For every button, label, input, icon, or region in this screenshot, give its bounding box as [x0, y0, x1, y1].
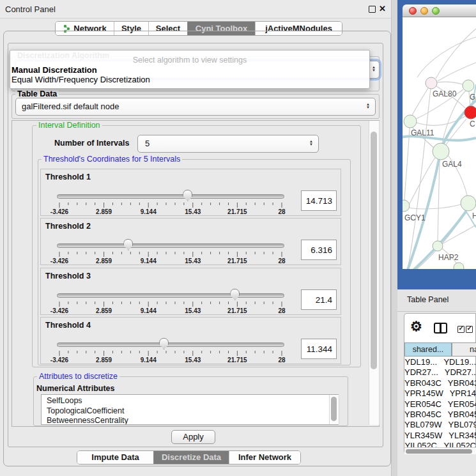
table-row[interactable]: YDR27...YDR27...: [404, 367, 476, 378]
network-edge[interactable]: [404, 128, 410, 200]
network-node[interactable]: [403, 200, 410, 211]
cell-name: YBR045C: [441, 410, 476, 420]
combo-arrows-icon: ▲▼: [366, 103, 370, 109]
close-icon[interactable]: ✕: [379, 4, 386, 13]
threshold-value-field[interactable]: 14.713: [301, 190, 337, 211]
cell-name: YDR27...: [438, 367, 476, 378]
threshold-value-field[interactable]: 6.316: [301, 240, 337, 260]
table-row[interactable]: YPR145WYPR145W: [404, 388, 476, 399]
show-column-checkbox-icon[interactable]: [457, 326, 464, 333]
attributes-scrollbar[interactable]: [329, 395, 339, 424]
minimize-traffic-light[interactable]: [420, 7, 428, 15]
network-window-titlebar[interactable]: [403, 4, 476, 17]
tab-label: Discretize Data: [162, 451, 221, 464]
horizontal-scrollbar-thumb[interactable]: [406, 449, 472, 454]
table-row[interactable]: YER054CYER054C: [404, 399, 476, 410]
slider-track[interactable]: [57, 194, 284, 199]
cell-shared-name: YPR145W: [404, 388, 443, 399]
table-row[interactable]: YDL19...YDL19...: [404, 357, 476, 367]
slider-thumb[interactable]: [159, 338, 169, 349]
slider-scale-label: 28: [278, 257, 285, 265]
threshold-value-field[interactable]: 11.344: [301, 339, 337, 359]
slider-scale-label: 9.144: [141, 357, 157, 364]
table-row[interactable]: YBR043CYBR043C: [404, 378, 476, 388]
network-edge[interactable]: [417, 37, 476, 77]
bottom-tab-bar: Impute DataDiscretize DataInfer Network: [77, 450, 301, 464]
slider-thumb[interactable]: [183, 190, 192, 201]
vertical-scrollbar[interactable]: [369, 121, 380, 425]
network-canvas[interactable]: GAL80GALCGAL11GAL4HGCY1HAP2: [403, 17, 476, 269]
cell-shared-name: YLR345W: [404, 431, 442, 441]
network-edge[interactable]: [406, 158, 435, 211]
table-row[interactable]: YIL052CYIL052C: [404, 441, 476, 447]
slider-track[interactable]: [57, 243, 284, 248]
slider-scale-label: -3.426: [50, 357, 68, 364]
gear-icon[interactable]: ⚙: [410, 319, 422, 334]
spinner-arrows-icon: ▲▼: [309, 140, 313, 146]
show-column-checkbox-icon[interactable]: [466, 326, 473, 333]
horizontal-scrollbar[interactable]: [404, 447, 476, 454]
network-node[interactable]: [454, 263, 464, 269]
popup-item-equal-width[interactable]: Equal Width/Frequency Discretization: [12, 75, 150, 84]
threshold-4-panel: Threshold 4-3.4262.8599.14415.4321.71528…: [40, 317, 341, 364]
network-node[interactable]: [433, 241, 443, 251]
cell-shared-name: YDL19...: [404, 357, 437, 367]
number-of-intervals-label: Number of Intervals: [54, 139, 129, 148]
column-header-shared-name[interactable]: shared...: [404, 342, 452, 357]
cell-name: YDL19...: [437, 357, 476, 367]
table-body: YDL19...YDL19...YDR27...YDR27...YBR043CY…: [404, 357, 476, 447]
attribute-item[interactable]: BetweennessCentrality: [42, 416, 338, 425]
network-edge[interactable]: [411, 88, 428, 116]
network-node[interactable]: [464, 106, 476, 119]
network-node-label: GAL80: [433, 89, 457, 98]
table-row[interactable]: YLR345WYLR345W: [404, 431, 476, 441]
network-edge[interactable]: [437, 82, 463, 84]
cell-name: YPR145W: [443, 388, 476, 399]
cell-shared-name: YBR043C: [404, 378, 441, 388]
threshold-label: Threshold 2: [45, 222, 91, 231]
screen: Control Panel ✕ NetworkStyleSelectCyni T…: [0, 0, 476, 476]
slider-scale-label: 28: [278, 307, 285, 314]
number-of-intervals-value: 5: [145, 139, 150, 148]
network-node[interactable]: [404, 115, 417, 128]
network-edge[interactable]: [404, 204, 461, 209]
table-data-combo[interactable]: galFiltered.sif default node ▲▼: [15, 98, 376, 116]
slider-thumb[interactable]: [230, 289, 240, 300]
table-row[interactable]: YBR045CYBR045C: [404, 410, 476, 420]
vertical-scrollbar-thumb[interactable]: [371, 132, 377, 369]
popup-item-manual[interactable]: Manual Discretization: [12, 65, 97, 75]
tab-label: Infer Network: [238, 451, 291, 464]
cell-name: YBR043C: [441, 378, 476, 388]
column-header-name[interactable]: na: [452, 342, 476, 357]
slider-track[interactable]: [57, 293, 284, 298]
network-node[interactable]: [433, 143, 449, 160]
attributes-group-title: Attributes to discretize: [37, 372, 119, 381]
network-node-label: GAL4: [442, 160, 462, 169]
cell-shared-name: YER054C: [404, 399, 441, 410]
combo-arrows-icon: ▲▼: [372, 66, 376, 72]
threshold-value-field[interactable]: 21.4: [301, 289, 337, 310]
split-columns-icon[interactable]: [434, 323, 447, 334]
slider-thumb[interactable]: [123, 239, 133, 250]
network-node[interactable]: [461, 196, 476, 211]
tab-discretize-data[interactable]: Discretize Data: [153, 451, 229, 464]
slider-scale-label: 2.859: [96, 307, 112, 314]
network-node[interactable]: [426, 77, 437, 89]
attribute-item[interactable]: SelfLoops: [42, 395, 338, 406]
slider-scale-label: -3.426: [50, 307, 68, 314]
slider-scale-label: 2.859: [96, 208, 112, 215]
network-node[interactable]: [463, 80, 474, 91]
number-of-intervals-spinner[interactable]: 5 ▲▼: [137, 135, 319, 153]
slider-track[interactable]: [57, 342, 284, 347]
attributes-scrollbar-thumb[interactable]: [331, 397, 337, 421]
close-traffic-light[interactable]: [409, 7, 417, 15]
table-row[interactable]: YBL079WYBL079W: [404, 420, 476, 430]
zoom-traffic-light[interactable]: [432, 7, 440, 15]
attribute-item[interactable]: TopologicalCoefficient: [42, 406, 338, 417]
apply-button[interactable]: Apply: [171, 430, 215, 444]
float-window-icon[interactable]: [369, 6, 376, 13]
numerical-attributes-list[interactable]: SelfLoopsTopologicalCoefficientBetweenne…: [41, 394, 339, 425]
network-edge[interactable]: [438, 160, 440, 241]
tab-impute-data[interactable]: Impute Data: [77, 451, 153, 464]
tab-infer-network[interactable]: Infer Network: [229, 451, 300, 464]
